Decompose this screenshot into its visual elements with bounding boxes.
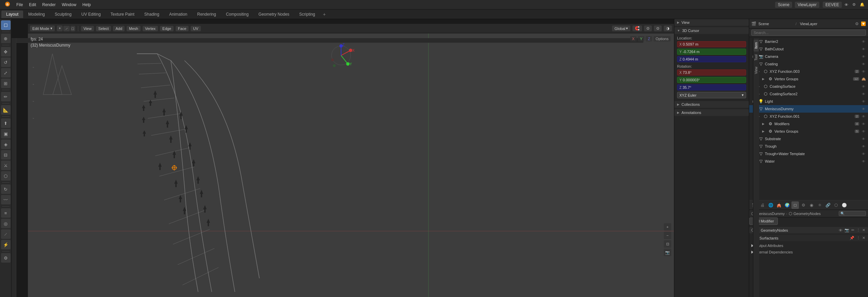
- poly-build-tool[interactable]: ⬡: [1, 171, 11, 181]
- loop-cut-tool[interactable]: ⊟: [1, 150, 11, 160]
- modifier-props-btn[interactable]: ⚙: [800, 201, 807, 209]
- expand-vg2[interactable]: ▶: [762, 130, 766, 133]
- expand-modifiers[interactable]: ▶: [762, 122, 766, 126]
- spin-tool[interactable]: ↻: [1, 184, 11, 194]
- item-tab[interactable]: Item: [754, 39, 759, 51]
- particles-props-btn[interactable]: ◉: [808, 201, 815, 209]
- select-menu[interactable]: Select: [96, 26, 111, 31]
- edge-menu[interactable]: Edge: [160, 26, 174, 31]
- header-icon-1[interactable]: 👁: [843, 2, 850, 7]
- transform-tool[interactable]: ⊞: [1, 79, 11, 88]
- outliner-item-trough[interactable]: ▼▽Trough👁: [749, 143, 868, 150]
- visibility-xyz003[interactable]: 👁: [861, 70, 866, 73]
- outliner-item-modifiers[interactable]: ▶⚙Modifiers4👁: [749, 120, 868, 128]
- gizmo-z-btn[interactable]: Z: [646, 36, 652, 42]
- outliner-filter-btn[interactable]: ⚙: [855, 21, 859, 26]
- tab-compositing[interactable]: Compositing: [221, 11, 254, 18]
- location-x-field[interactable]: X 0.5097 m: [677, 41, 746, 47]
- options-tool[interactable]: ⚙: [1, 253, 11, 263]
- gizmo-x-btn[interactable]: X: [630, 36, 637, 42]
- outliner-item-camera[interactable]: ▶📷Camera👁: [749, 53, 868, 60]
- visibility-coatingsfc2[interactable]: 👁: [861, 92, 866, 96]
- mod1-close-btn[interactable]: ✕: [862, 228, 866, 232]
- visibility-coating[interactable]: 👁: [861, 62, 866, 66]
- outliner-item-substrate[interactable]: ▼▽Substrate👁: [749, 135, 868, 143]
- engine-select[interactable]: EEVEE: [823, 2, 842, 8]
- vertex-select-mode[interactable]: ⚬: [57, 26, 63, 31]
- mod2-pin-btn[interactable]: 📌: [849, 236, 855, 240]
- outliner-item-barrier2[interactable]: ▼▽Barrier2👁: [749, 38, 868, 45]
- scale-tool[interactable]: ⤢: [1, 68, 11, 78]
- constraints-props-btn[interactable]: 🔗: [824, 201, 832, 209]
- cursor-tool[interactable]: ⊕: [1, 34, 11, 43]
- edge-select-mode[interactable]: ⟋: [63, 26, 70, 31]
- mod1-render-btn[interactable]: 📷: [844, 228, 850, 232]
- rotation-y-field[interactable]: Y 0.000003°: [677, 77, 746, 83]
- proportional-edit[interactable]: ⊙: [644, 26, 652, 31]
- visibility-vg1[interactable]: 🙈: [861, 77, 866, 81]
- internal-dependencies-row[interactable]: ▶ Internal Dependencies: [749, 249, 868, 255]
- outliner-item-bathcutout[interactable]: ▼▽BathCutout👁: [749, 45, 868, 53]
- cursor-section-header[interactable]: ▼ 3D Cursor: [674, 27, 749, 34]
- help-menu[interactable]: Help: [80, 2, 94, 8]
- mod2-close-btn[interactable]: ✕: [862, 236, 866, 240]
- window-menu[interactable]: Window: [59, 2, 79, 8]
- outliner-item-meniscusdummy[interactable]: ▼▽MeniscusDummy👁: [749, 105, 868, 113]
- shrink-fatten-tool[interactable]: ◎: [1, 219, 11, 228]
- tab-rendering[interactable]: Rendering: [192, 11, 221, 18]
- visibility-bathcutout[interactable]: 👁: [861, 47, 866, 51]
- tool-tab[interactable]: Tool: [754, 52, 759, 63]
- view-menu[interactable]: View: [81, 26, 94, 31]
- face-menu[interactable]: Face: [176, 26, 189, 31]
- view-section-header[interactable]: ▶ View: [674, 19, 749, 26]
- edit-mode-select[interactable]: Edit Mode ▾: [30, 26, 55, 31]
- tab-scripting[interactable]: Scripting: [294, 11, 320, 18]
- world-props-btn[interactable]: 🌍: [783, 201, 791, 209]
- props-search-input[interactable]: [839, 211, 866, 216]
- mod1-realtime-btn[interactable]: 👁: [838, 228, 843, 232]
- outliner-search-input[interactable]: [751, 30, 866, 36]
- tab-layout[interactable]: Layout: [1, 11, 23, 18]
- edge-slide-tool[interactable]: ≡: [1, 208, 11, 218]
- location-y-field[interactable]: Y -0.7264 m: [677, 49, 746, 55]
- outliner-item-coatingsfc[interactable]: ▶⬡CoatingSurface👁: [749, 83, 868, 90]
- outliner-item-light[interactable]: ▶💡Light👁: [749, 98, 868, 105]
- tab-sculpting[interactable]: Sculpting: [50, 11, 76, 18]
- visibility-substrate[interactable]: 👁: [861, 137, 866, 141]
- select-box-tool[interactable]: ☐: [1, 20, 11, 30]
- zoom-out-btn[interactable]: −: [664, 232, 671, 239]
- uv-menu[interactable]: UV: [191, 26, 200, 31]
- output-props-btn[interactable]: 🖨: [759, 201, 766, 209]
- mod1-more-btn[interactable]: ⋮: [856, 228, 861, 232]
- rotation-z-field[interactable]: Z 35.7°: [677, 84, 746, 90]
- scene-props-btn[interactable]: 🎪: [775, 201, 783, 209]
- gizmo-options-btn[interactable]: Options: [654, 36, 671, 42]
- blender-menu[interactable]: B: [2, 1, 13, 9]
- transform-orientation[interactable]: Global ▾: [612, 26, 630, 31]
- outliner-item-xyz003[interactable]: ▶⬡XYZ Function.0032👁: [749, 68, 868, 75]
- view-all-btn[interactable]: ⊡: [664, 240, 671, 248]
- outliner-item-water[interactable]: ▼▽Water👁: [749, 158, 868, 165]
- rip-region-tool[interactable]: ⚡: [1, 240, 11, 249]
- rotation-mode-dropdown[interactable]: XYZ Euler ▾: [677, 92, 746, 98]
- face-select-mode[interactable]: □: [70, 26, 76, 31]
- outliner-item-vg2[interactable]: ▶⚙Vertex Groups5👁: [749, 128, 868, 135]
- mod2-more-btn[interactable]: ⋮: [856, 236, 861, 240]
- tab-animation[interactable]: Animation: [164, 11, 192, 18]
- tab-texture-paint[interactable]: Texture Paint: [106, 11, 139, 18]
- expand-vg1[interactable]: ▶: [762, 77, 766, 81]
- mod1-edit-btn[interactable]: ✏: [851, 228, 855, 232]
- gizmo-y-btn[interactable]: Y: [638, 36, 644, 42]
- visibility-light[interactable]: 👁: [861, 100, 866, 103]
- outliner-item-vg1[interactable]: ▶⚙Vertex Groups12🙈: [749, 75, 868, 83]
- header-icon-3[interactable]: 🔔: [858, 2, 866, 7]
- render-menu[interactable]: Render: [39, 2, 58, 8]
- visibility-xyz001[interactable]: 👁: [861, 115, 866, 118]
- collections-section-header[interactable]: ▶ Collections: [674, 101, 749, 108]
- mesh-menu[interactable]: Mesh: [127, 26, 141, 31]
- outliner-item-xyz001[interactable]: ▶⬡XYZ Function.0012👁: [749, 113, 868, 120]
- outliner-item-coating[interactable]: ▼▽Coating👁: [749, 60, 868, 68]
- extrude-region-tool[interactable]: ⬆: [1, 118, 11, 128]
- visibility-trough_water[interactable]: 👁: [861, 152, 866, 156]
- overlay-toggle[interactable]: ⊙: [654, 26, 662, 31]
